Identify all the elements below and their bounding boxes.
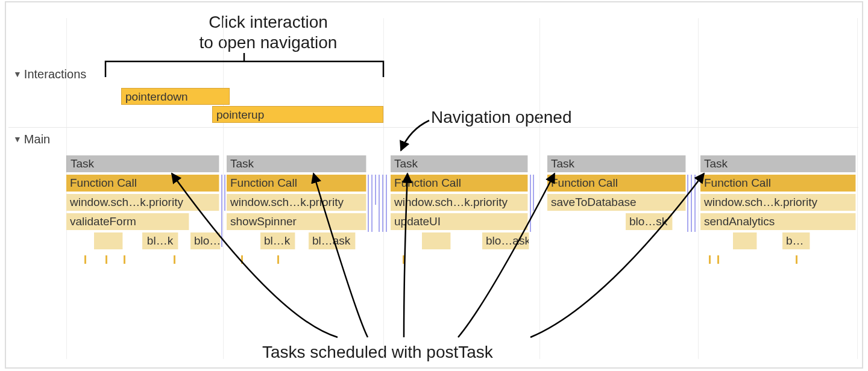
layout-slice bbox=[533, 175, 534, 211]
layout-slice bbox=[371, 175, 373, 232]
stack-bar[interactable]: updateUI bbox=[391, 213, 528, 230]
flame-tick bbox=[174, 255, 175, 264]
stack-bar[interactable]: window.sch…k.priority bbox=[391, 194, 528, 211]
chevron-down-icon: ▼ bbox=[13, 134, 22, 144]
function-call-bar[interactable]: Function Call bbox=[66, 175, 219, 192]
flame-tick bbox=[105, 255, 107, 264]
gridline bbox=[539, 18, 540, 359]
annotation-tasks-scheduled: Tasks scheduled with postTask bbox=[262, 342, 493, 363]
stack-bar[interactable] bbox=[422, 232, 451, 249]
flame-tick bbox=[403, 255, 404, 264]
stack-bar[interactable]: window.sch…k.priority bbox=[66, 194, 219, 211]
interaction-bar-pointerdown[interactable]: pointerdown bbox=[121, 88, 230, 105]
chevron-down-icon: ▼ bbox=[13, 69, 22, 79]
stack-bar[interactable] bbox=[733, 232, 757, 249]
layout-slice bbox=[687, 175, 688, 232]
stack-bar[interactable]: window.sch…k.priority bbox=[227, 194, 366, 211]
annotation-click-line1: Click interaction bbox=[166, 12, 371, 33]
annotation-click-line2: to open navigation bbox=[166, 33, 371, 53]
annotation-nav-opened: Navigation opened bbox=[431, 107, 572, 128]
track-divider bbox=[8, 127, 858, 128]
gridline bbox=[383, 18, 384, 359]
layout-slice bbox=[694, 175, 696, 232]
function-call-bar[interactable]: Function Call bbox=[391, 175, 528, 192]
flame-tick bbox=[796, 255, 797, 264]
layout-slice bbox=[382, 175, 383, 232]
stack-bar[interactable]: blo…sk bbox=[190, 232, 221, 249]
stack-bar[interactable]: blo…ask bbox=[482, 232, 529, 249]
layout-slice bbox=[379, 175, 380, 232]
main-track-label[interactable]: ▼Main bbox=[13, 132, 50, 146]
stack-bar[interactable]: b… bbox=[782, 232, 810, 249]
stack-bar[interactable]: showSpinner bbox=[227, 213, 366, 230]
layout-slice bbox=[386, 175, 387, 232]
flame-tick bbox=[84, 255, 86, 264]
stack-bar[interactable]: sendAnalytics bbox=[700, 213, 856, 230]
interactions-track-label[interactable]: ▼Interactions bbox=[13, 67, 86, 81]
layout-slice bbox=[375, 175, 376, 205]
layout-slice bbox=[221, 175, 222, 247]
function-call-bar[interactable]: Function Call bbox=[547, 175, 686, 192]
stack-bar[interactable]: window.sch…k.priority bbox=[700, 194, 856, 211]
task-bar[interactable]: Task bbox=[227, 155, 366, 172]
main-label-text: Main bbox=[24, 132, 50, 146]
gridline bbox=[223, 18, 224, 359]
stack-bar[interactable]: bl…ask bbox=[309, 232, 356, 249]
flame-tick bbox=[241, 255, 243, 264]
stack-bar[interactable]: blo…sk bbox=[626, 213, 673, 230]
interactions-label-text: Interactions bbox=[24, 67, 86, 81]
gridline bbox=[698, 18, 699, 359]
layout-slice bbox=[530, 175, 531, 232]
task-bar[interactable]: Task bbox=[700, 155, 856, 172]
layout-slice bbox=[691, 175, 692, 232]
task-bar[interactable]: Task bbox=[66, 155, 219, 172]
layout-slice bbox=[368, 175, 369, 232]
task-bar[interactable]: Task bbox=[547, 155, 686, 172]
stack-bar[interactable]: bl…k bbox=[142, 232, 178, 249]
flame-tick bbox=[717, 255, 719, 264]
flame-tick bbox=[277, 255, 279, 264]
function-call-bar[interactable]: Function Call bbox=[700, 175, 856, 192]
task-bar[interactable]: Task bbox=[391, 155, 528, 172]
layout-slice bbox=[224, 175, 225, 211]
flame-tick bbox=[124, 255, 125, 264]
interaction-bar-pointerup[interactable]: pointerup bbox=[212, 106, 383, 123]
function-call-bar[interactable]: Function Call bbox=[227, 175, 366, 192]
stack-bar[interactable]: bl…k bbox=[260, 232, 295, 249]
flame-tick bbox=[709, 255, 711, 264]
stack-bar[interactable] bbox=[94, 232, 123, 249]
stack-bar[interactable]: validateForm bbox=[66, 213, 189, 230]
stack-bar[interactable]: saveToDatabase bbox=[547, 194, 686, 211]
gridline bbox=[857, 18, 858, 359]
